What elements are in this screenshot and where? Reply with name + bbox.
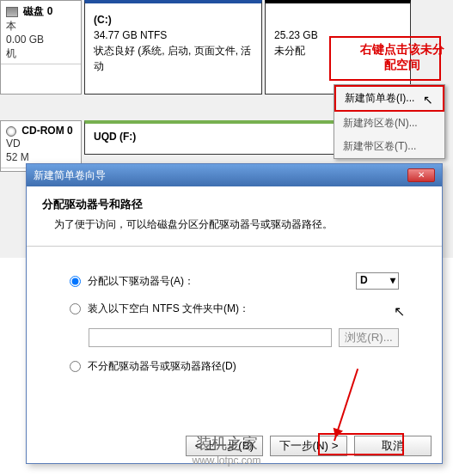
wizard-dialog: 新建简单卷向导 ✕ 分配驱动器号和路径 为了便于访问，可以给磁盘分区分配驱动器号…: [26, 163, 443, 464]
disk-status: 机: [6, 46, 76, 60]
part-c-label: (C:): [94, 12, 253, 27]
cursor-icon: ↖: [423, 93, 433, 107]
cdrom-title: CD-ROM 0: [21, 125, 72, 137]
disk-type: 本: [6, 19, 76, 33]
menu-new-striped-volume[interactable]: 新建带区卷(T)...: [334, 135, 444, 158]
drive-letter-select[interactable]: D: [356, 272, 399, 290]
browse-button[interactable]: 浏览(R)...: [339, 328, 399, 347]
dialog-heading: 分配驱动器号和路径: [42, 197, 426, 212]
opt-assign-letter-label: 分配以下驱动器号(A)：: [88, 274, 194, 289]
part-f-label: UQD (F:): [94, 131, 136, 143]
opt-no-assign-label: 不分配驱动器号或驱动器路径(D): [88, 359, 236, 374]
disk-title: 磁盘 0: [23, 5, 52, 17]
radio-assign-letter[interactable]: [70, 276, 81, 287]
annotation-text: 右键点击该未分 配空间: [360, 41, 444, 72]
dialog-subheading: 为了便于访问，可以给磁盘分区分配驱动器号或驱动器路径。: [42, 217, 426, 232]
disk-icon: [6, 7, 18, 17]
part-c-size: 34.77 GB NTFS: [94, 27, 253, 43]
opt-mount-folder-label: 装入以下空白 NTFS 文件夹中(M)：: [88, 302, 249, 316]
close-button[interactable]: ✕: [407, 168, 435, 182]
cursor-icon: ↖: [394, 303, 405, 320]
annotation-highlight: [318, 433, 404, 455]
part-c-status: 状态良好 (系统, 启动, 页面文件, 活动: [94, 43, 253, 74]
radio-no-assign[interactable]: [70, 361, 81, 372]
mount-path-input[interactable]: [89, 328, 332, 347]
disk-size: 0.00 GB: [6, 33, 76, 46]
dialog-title: 新建简单卷向导: [34, 168, 106, 183]
watermark: 装机之家 www.lotpc.com: [192, 435, 260, 469]
cdrom-icon: [6, 126, 16, 137]
radio-mount-folder[interactable]: [70, 303, 81, 314]
partition-c[interactable]: (C:) 34.77 GB NTFS 状态良好 (系统, 启动, 页面文件, 活…: [84, 0, 262, 95]
menu-new-spanned-volume[interactable]: 新建跨区卷(N)...: [334, 112, 444, 135]
